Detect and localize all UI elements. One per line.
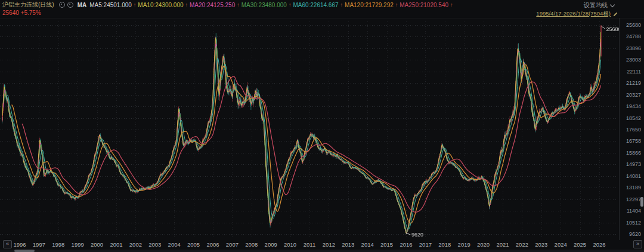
year-axis-label: 2015 (380, 241, 393, 248)
trend-up-arrow-icon: ↑ (340, 2, 343, 8)
price-axis-label: 16758 (626, 138, 641, 144)
price-axis-label: 9620 (629, 231, 641, 237)
price-axis-label: 12297 (626, 196, 641, 202)
year-axis: 1996199719981999200020012002200320042005… (0, 240, 619, 248)
year-axis-label: 2019 (458, 241, 470, 248)
last-price-and-change: 25640 +5.75% (2, 10, 41, 16)
scroll-left-button[interactable]: « (3, 240, 12, 248)
price-axis-label: 20327 (626, 92, 641, 98)
ma-value: MA5:24501.000 (89, 2, 132, 8)
year-axis-label: 2026 (593, 241, 605, 248)
year-axis-label: 2017 (419, 241, 432, 248)
price-axis-label: 17650 (626, 127, 641, 133)
year-axis-label: 2007 (226, 241, 239, 248)
price-axis-label: 21219 (626, 80, 641, 86)
year-axis-label: 2005 (187, 241, 200, 248)
axis-border-line (619, 18, 620, 240)
instrument-title[interactable]: 沪铝主力连续(日线) (2, 1, 54, 9)
price-axis-label: 23003 (626, 57, 641, 63)
price-axis-label: 22111 (627, 69, 641, 75)
indicator-gear-icon[interactable] (67, 2, 73, 8)
ma-settings-dropdown[interactable]: 设置均线 (584, 1, 614, 10)
year-axis-label: 2009 (265, 241, 277, 248)
horizontal-scrollbar[interactable] (0, 250, 644, 252)
year-axis-label: 1997 (33, 241, 45, 248)
price-axis-label: 18542 (626, 115, 641, 121)
year-axis-label: 2003 (148, 241, 161, 248)
year-axis-label: 2014 (361, 241, 374, 248)
year-axis-label: 2020 (477, 241, 490, 248)
year-axis-label: 2010 (284, 241, 296, 248)
year-axis-label: 2012 (323, 241, 335, 248)
ma-indicator-label: MA (78, 2, 87, 8)
trend-up-arrow-icon: ↑ (237, 2, 240, 8)
price-axis-label: 15866 (626, 150, 641, 156)
price-axis-label: 11404 (627, 208, 641, 214)
candlestick-chart-canvas[interactable] (0, 18, 619, 240)
settings-gear-icon[interactable] (59, 2, 65, 8)
year-axis-label: 2002 (129, 241, 142, 248)
year-axis-label: 2023 (535, 241, 547, 248)
last-price-row: 25640 +5.75% (2, 10, 41, 16)
vertical-scrollbar[interactable] (640, 20, 643, 240)
price-axis-label: 14081 (626, 173, 641, 179)
ma-value: MA10:24300.000 (138, 2, 183, 8)
chevron-down-icon (610, 2, 615, 7)
price-axis-label: 25680 (626, 22, 641, 28)
price-axis-label: 23896 (626, 45, 641, 51)
year-axis-label: 1998 (52, 241, 64, 248)
year-axis-label: 2022 (516, 241, 528, 248)
date-range-block: 1995/4/17-2026/1/28(7504根) (536, 10, 618, 18)
trend-up-arrow-icon: ↑ (185, 2, 188, 8)
price-axis-label: 13189 (626, 185, 641, 190)
year-axis-label: 2021 (496, 241, 509, 248)
trend-up-arrow-icon: ↑ (134, 2, 137, 8)
ma-value: MA120:21729.292 (345, 2, 394, 8)
year-axis-label: 2001 (110, 241, 122, 248)
vertical-scrollbar-thumb[interactable] (640, 197, 643, 207)
price-axis-label: 14973 (626, 161, 641, 167)
price-axis-label: 19434 (626, 103, 641, 109)
trading-chart-app: 沪铝主力连续(日线) MA MA5:24501.000↑MA10:24300.0… (0, 0, 644, 252)
year-axis-label: 2018 (438, 241, 451, 248)
price-axis: 2568024788238962300322111212192032719434… (620, 18, 643, 240)
ma-settings-label: 设置均线 (584, 1, 608, 10)
ma-value: MA20:24125.250 (190, 2, 235, 8)
year-axis-label: 2024 (555, 241, 567, 248)
year-axis-label: 2011 (304, 241, 315, 248)
year-axis-label: 2000 (91, 241, 103, 248)
price-axis-label: 24788 (626, 33, 641, 39)
ma-value: MA250:21020.540 (400, 2, 448, 8)
year-axis-label: 2013 (342, 241, 354, 248)
year-axis-label: 2025 (574, 241, 586, 248)
ma-values-strip: MA5:24501.000↑MA10:24300.000↑MA20:24125.… (89, 2, 454, 8)
trend-up-arrow-icon: ↑ (450, 2, 453, 8)
trend-up-arrow-icon: ↑ (395, 2, 398, 8)
chart-header: 沪铝主力连续(日线) MA MA5:24501.000↑MA10:24300.0… (0, 0, 644, 18)
edit-pen-icon[interactable] (613, 12, 617, 16)
year-axis-label: 2016 (400, 241, 412, 248)
ma-value: MA60:22614.667 (293, 2, 338, 8)
year-axis-label: 2004 (168, 241, 181, 248)
scroll-right-button[interactable]: » (633, 240, 642, 248)
ma-value: MA30:23480.000 (242, 2, 287, 8)
price-axis-label: 10512 (626, 220, 641, 226)
year-axis-label: 1996 (13, 241, 26, 248)
header-row-indicators: 沪铝主力连续(日线) MA MA5:24501.000↑MA10:24300.0… (2, 1, 455, 8)
date-range-link[interactable]: 1995/4/17-2026/1/28(7504根) (536, 10, 611, 18)
year-axis-label: 2008 (245, 241, 258, 248)
year-axis-label: 1999 (72, 241, 84, 248)
trend-up-arrow-icon: ↑ (289, 2, 292, 8)
year-axis-label: 2006 (206, 241, 219, 248)
horizontal-scrollbar-thumb[interactable] (14, 250, 35, 252)
